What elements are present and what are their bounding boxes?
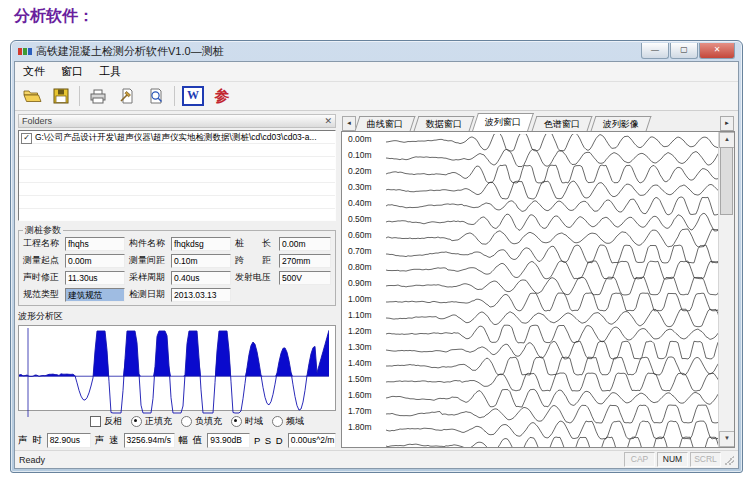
radio-icon <box>231 416 242 427</box>
depth-label: 0.10m <box>348 150 372 160</box>
app-window: 高铁建混凝土检测分析软件V1.0—测桩 — ▢ ✕ 文件窗口工具 <box>10 40 743 473</box>
waveform-path <box>386 261 722 279</box>
save-button[interactable] <box>50 85 72 107</box>
waveform-path <box>386 181 722 199</box>
param-value[interactable]: 2013.03.13 <box>171 288 231 302</box>
maximize-button[interactable]: ▢ <box>670 43 698 59</box>
vertical-scrollbar[interactable]: ▲ ▼ <box>718 132 734 447</box>
tab-scroll-right-icon[interactable]: ► <box>720 116 734 131</box>
menu-item-2[interactable]: 窗口 <box>53 64 91 79</box>
wave-analysis-plot[interactable] <box>18 325 336 412</box>
menu-item-1[interactable]: 文件 <box>15 64 53 79</box>
page-magnifier-icon <box>146 86 166 106</box>
resize-grip[interactable] <box>724 455 734 465</box>
minimize-button[interactable]: — <box>641 43 669 59</box>
wave-analysis-title: 波形分析区 <box>18 310 336 323</box>
tab-1[interactable]: 曲线窗口 <box>355 116 416 131</box>
printer-icon <box>88 86 108 106</box>
open-button[interactable] <box>21 85 43 107</box>
param-value[interactable]: 0.40us <box>171 271 231 285</box>
field-value[interactable]: 3256.94m/s <box>124 433 175 448</box>
param-value[interactable]: 270mm <box>279 254 331 268</box>
close-button[interactable]: ✕ <box>699 43 735 59</box>
tab-label: 波列窗口 <box>485 116 521 129</box>
depth-label: 1.70m <box>348 406 372 416</box>
depth-label: 1.50m <box>348 374 372 384</box>
export-word-button[interactable]: W <box>182 85 204 107</box>
waveform-path <box>386 309 722 327</box>
waveform-path <box>386 245 722 263</box>
depth-label: 0.80m <box>348 262 372 272</box>
menu-item-3[interactable]: 工具 <box>91 64 129 79</box>
param-value[interactable]: 建筑规范 <box>65 288 125 302</box>
checkbox-checked-icon[interactable]: ✓ <box>21 133 32 144</box>
tab-label: 数据窗口 <box>426 118 462 131</box>
save-floppy-icon <box>51 86 71 106</box>
menu-bar: 文件窗口工具 <box>15 62 738 82</box>
scrollbar-thumb[interactable] <box>720 147 733 215</box>
tab-4[interactable]: 色谱窗口 <box>532 116 593 131</box>
page-heading: 分析软件： <box>14 6 94 27</box>
params-icon: 参 <box>215 87 230 106</box>
pile-params-title: 测桩参数 <box>23 224 63 237</box>
parameters-button[interactable]: 参 <box>211 85 233 107</box>
waveform-path <box>386 229 722 247</box>
field-value[interactable]: 0.00us^2/m <box>288 433 336 448</box>
status-text: Ready <box>19 455 45 465</box>
field-label: 幅 值 <box>179 434 204 447</box>
param-value[interactable]: 500V <box>279 271 331 285</box>
open-folder-icon <box>22 86 42 106</box>
word-icon: W <box>182 86 204 106</box>
param-value[interactable]: 0.00m <box>279 237 331 251</box>
toolbar-separator <box>79 86 80 106</box>
waveform-path <box>386 149 722 166</box>
tab-3[interactable]: 波列窗口 <box>472 113 534 131</box>
param-label: 发射电压 <box>235 271 275 284</box>
param-value[interactable]: 11.30us <box>65 271 125 285</box>
waveform-path <box>386 325 722 343</box>
field-value[interactable]: 82.90us <box>47 433 91 448</box>
print-button[interactable] <box>87 85 109 107</box>
app-icon <box>18 48 32 55</box>
param-value[interactable]: fhqhs <box>65 237 125 251</box>
depth-label: 1.60m <box>348 390 372 400</box>
wave-train-area[interactable]: 0.00m0.10m0.20m0.30m0.40m0.50m0.60m0.70m… <box>341 131 735 448</box>
right-panel: ◄ 曲线窗口数据窗口波列窗口色谱窗口波列影像 ► 0.00m0.10m0.20m… <box>340 111 738 450</box>
depth-label: 0.00m <box>348 134 372 144</box>
radio-icon <box>181 416 192 427</box>
depth-label: 0.20m <box>348 166 372 176</box>
depth-label: 1.80m <box>348 422 372 432</box>
waveform-path <box>386 341 722 359</box>
tab-label: 波列影像 <box>603 118 639 131</box>
field-value[interactable]: 93.90dB <box>207 433 250 448</box>
waveform-path <box>386 405 722 423</box>
waveform-path <box>386 421 722 439</box>
param-label: 测量间距 <box>129 254 167 267</box>
field-label: 声 时 <box>18 434 43 447</box>
param-value[interactable]: 0.00m <box>65 254 125 268</box>
status-cell-scrl: SCRL <box>690 452 721 467</box>
status-bar: Ready CAPNUMSCRL <box>15 450 738 468</box>
depth-label: 0.60m <box>348 230 372 240</box>
folders-close-icon[interactable]: ✕ <box>324 117 332 126</box>
param-value[interactable]: fhqkdsg <box>171 237 231 251</box>
window-titlebar[interactable]: 高铁建混凝土检测分析软件V1.0—测桩 — ▢ ✕ <box>14 41 739 61</box>
waveform-path <box>386 437 722 448</box>
waveform-path <box>386 389 722 407</box>
param-label: 采样周期 <box>129 271 167 284</box>
folders-tree[interactable]: ✓ G:\公司产品设计开发\超声仪器\超声仪实地检测数据\测桩\cd\cd03\… <box>18 130 336 220</box>
scroll-up-icon[interactable]: ▲ <box>719 132 735 148</box>
left-panel: Folders ✕ ✓ G:\公司产品设计开发\超声仪器\超声仪实地检测数据\测… <box>15 111 337 450</box>
tab-bar: ◄ 曲线窗口数据窗口波列窗口色谱窗口波列影像 ► <box>341 114 735 131</box>
param-label: 声时修正 <box>23 271 61 284</box>
param-value[interactable]: 0.10m <box>171 254 231 268</box>
tree-item[interactable]: ✓ G:\公司产品设计开发\超声仪器\超声仪实地检测数据\测桩\cd\cd03\… <box>19 131 335 145</box>
scroll-down-icon[interactable]: ▼ <box>719 431 735 447</box>
tab-5[interactable]: 波列影像 <box>591 116 652 131</box>
print-preview-button[interactable] <box>145 85 167 107</box>
window-title: 高铁建混凝土检测分析软件V1.0—测桩 <box>36 44 224 59</box>
tab-2[interactable]: 数据窗口 <box>414 116 475 131</box>
print-setup-button[interactable] <box>116 85 138 107</box>
tab-scroll-left-icon[interactable]: ◄ <box>342 116 356 131</box>
toolbar: W 参 <box>15 82 738 111</box>
